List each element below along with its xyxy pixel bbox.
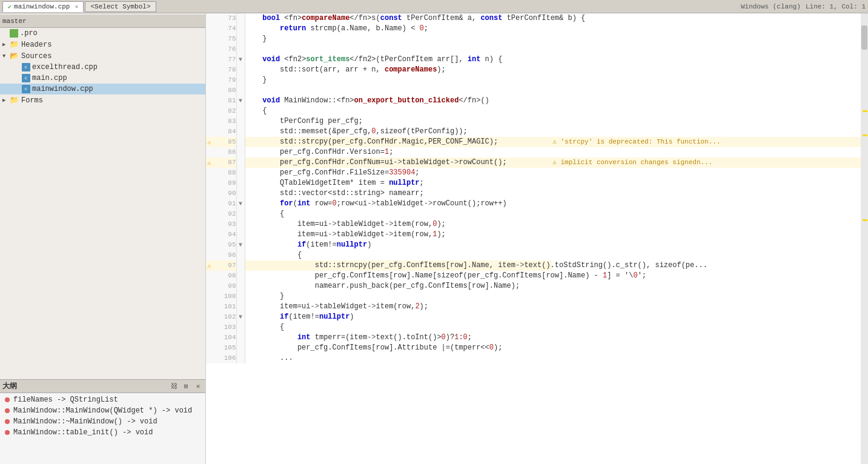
line-number-78: 78 xyxy=(206,65,236,75)
line-content-95[interactable]: if(item!=nullptr) xyxy=(245,240,552,250)
warn-icon-87: ⚠ xyxy=(207,158,211,168)
fold-arrow-92 xyxy=(236,209,245,219)
warn-marker-3 xyxy=(863,219,867,221)
line-content-103[interactable]: { xyxy=(245,322,552,333)
tree-item-excelthread[interactable]: c excelthread.cpp xyxy=(0,62,205,73)
line-number-105: 105 xyxy=(206,343,236,353)
line-content-83[interactable]: tPerConfig per_cfg; xyxy=(245,116,552,127)
fold-arrow-91[interactable]: ▼ xyxy=(236,199,245,209)
link-icon[interactable]: ⛓ xyxy=(169,382,179,391)
outline-item-0[interactable]: fileNames -> QStringList xyxy=(0,394,205,405)
folder-icon-sources: 📂 xyxy=(10,51,19,61)
outline-item-2[interactable]: MainWindow::~MainWindow() -> void xyxy=(0,416,205,427)
folder-icon-headers: 📁 xyxy=(10,40,19,49)
tab-select-symbol[interactable]: <Select Symbol> xyxy=(85,1,156,12)
line-content-89[interactable]: QTableWidgetItem* item = nullptr; xyxy=(245,178,552,188)
line-content-101[interactable]: item=ui->tableWidget->item(row,2); xyxy=(245,302,552,312)
code-line-104: 104 int tmperr=(item->text().toInt()>0)?… xyxy=(206,333,861,343)
right-scrollbar-thumb[interactable] xyxy=(861,25,867,50)
outline-item-3[interactable]: MainWindow::table_init() -> void xyxy=(0,427,205,438)
tree-item-mainwindow[interactable]: c mainwindow.cpp xyxy=(0,84,205,94)
line-content-74[interactable]: return strcmp(a.Name, b.Name) < 0; xyxy=(245,24,552,34)
tab-mainwindow-cpp[interactable]: ✔ mainwindow.cpp ✕ xyxy=(2,1,84,12)
code-line-91: 91▼ for(int row=0;row<ui->tableWidget->r… xyxy=(206,199,861,209)
line-content-94[interactable]: item=ui->tableWidget->item(row,1); xyxy=(245,230,552,240)
folder-icon-forms: 📁 xyxy=(10,96,19,105)
tab-close-icon[interactable]: ✕ xyxy=(75,3,78,10)
line-num-text: 103 xyxy=(224,323,236,331)
fold-arrow-81[interactable]: ▼ xyxy=(236,96,245,106)
tree-item-main[interactable]: c main.cpp xyxy=(0,73,205,84)
cpp-icon-excelthread: c xyxy=(22,63,30,71)
line-content-77[interactable]: void <fn2>sort_items</fn2>(tPerConfItem … xyxy=(245,55,552,65)
line-content-105[interactable]: per_cfg.ConfItems[row].Attribute |=(tmpe… xyxy=(245,343,552,353)
line-content-92[interactable]: { xyxy=(245,209,552,219)
line-content-106[interactable]: ... xyxy=(245,353,552,363)
headers-label: Headers xyxy=(21,41,51,49)
line-content-93[interactable]: item=ui->tableWidget->item(row,0); xyxy=(245,219,552,230)
cpp-icon-main: c xyxy=(22,74,30,82)
tree-item-pro[interactable]: .pro xyxy=(0,28,205,39)
line-content-86[interactable]: per_cfg.ConfHdr.Version=1; xyxy=(245,147,552,157)
line-content-80[interactable] xyxy=(245,85,552,96)
line-content-82[interactable]: { xyxy=(245,106,552,116)
line-number-106: 106 xyxy=(206,353,236,363)
line-warning-91 xyxy=(552,199,860,209)
line-num-text: 101 xyxy=(224,303,236,310)
line-content-85[interactable]: std::strcpy(per_cfg.ConfHdr.Magic,PER_CO… xyxy=(245,137,552,147)
line-content-98[interactable]: per_cfg.ConfItems[row].Name[sizeof(per_c… xyxy=(245,271,552,281)
tree-arrow-sources: ▼ xyxy=(2,53,10,59)
line-number-101: 101 xyxy=(206,302,236,312)
line-number-82: 82 xyxy=(206,106,236,116)
sources-label: Sources xyxy=(21,52,51,61)
main-layout: master .pro ▶ 📁 Headers ▼ 📂 Sources xyxy=(0,13,868,464)
outline-item-1[interactable]: MainWindow::MainWindow(QWidget *) -> voi… xyxy=(0,405,205,416)
line-content-76[interactable] xyxy=(245,44,552,55)
bottom-panel-header: 大纲 ⛓ ⊞ ✕ xyxy=(0,380,205,393)
fold-arrow-88 xyxy=(236,168,245,178)
line-num-text: 94 xyxy=(228,231,236,238)
line-content-97[interactable]: std::strncpy(per_cfg.ConfItems[row].Name… xyxy=(245,260,552,271)
line-content-102[interactable]: if(item!=nullptr) xyxy=(245,312,552,322)
line-warning-104 xyxy=(552,333,860,343)
line-content-88[interactable]: per_cfg.ConfHdr.FileSize=335904; xyxy=(245,168,552,178)
line-content-91[interactable]: for(int row=0;row<ui->tableWidget->rowCo… xyxy=(245,199,552,209)
line-content-84[interactable]: std::memset(&per_cfg,0,sizeof(tPerConfig… xyxy=(245,127,552,137)
line-content-100[interactable]: } xyxy=(245,291,552,302)
fold-arrow-95[interactable]: ▼ xyxy=(236,240,245,250)
code-line-78: 78 std::sort(arr, arr + n, compareNames)… xyxy=(206,65,861,75)
line-content-87[interactable]: per_cfg.ConfHdr.ConfNum=ui->tableWidget-… xyxy=(245,157,552,168)
grid-icon[interactable]: ⊞ xyxy=(181,382,191,391)
code-line-77: 77▼ void <fn2>sort_items</fn2>(tPerConfI… xyxy=(206,55,861,65)
tree-item-headers[interactable]: ▶ 📁 Headers xyxy=(0,39,205,50)
code-scroll[interactable]: 73 bool <fn>compareName</fn>s(const tPer… xyxy=(206,13,861,464)
line-num-text: 85 xyxy=(228,138,236,145)
line-content-81[interactable]: void MainWindow::<fn>on_export_button_cl… xyxy=(245,96,552,106)
line-content-75[interactable]: } xyxy=(245,34,552,44)
code-line-106: 106 ... xyxy=(206,353,861,363)
line-num-text: 100 xyxy=(224,293,236,300)
line-content-73[interactable]: bool <fn>compareName</fn>s(const tPerCon… xyxy=(245,13,552,24)
code-line-102: 102▼ if(item!=nullptr) xyxy=(206,312,861,322)
fold-arrow-77[interactable]: ▼ xyxy=(236,55,245,65)
code-line-86: 86 per_cfg.ConfHdr.Version=1; xyxy=(206,147,861,157)
right-scrollbar[interactable] xyxy=(861,13,868,464)
tree-item-sources[interactable]: ▼ 📂 Sources xyxy=(0,50,205,62)
fold-arrow-89 xyxy=(236,178,245,188)
line-number-103: 103 xyxy=(206,322,236,333)
close-panel-icon[interactable]: ✕ xyxy=(193,382,203,391)
line-number-77: 77 xyxy=(206,55,236,65)
line-content-104[interactable]: int tmperr=(item->text().toInt()>0)?1:0; xyxy=(245,333,552,343)
tree-item-forms[interactable]: ▶ 📁 Forms xyxy=(0,94,205,106)
line-content-99[interactable]: namearr.push_back(per_cfg.ConfItems[row]… xyxy=(245,281,552,291)
platform-label: Windows (clang) xyxy=(741,3,801,10)
fold-arrow-102[interactable]: ▼ xyxy=(236,312,245,322)
outline-label-3: MainWindow::table_init() -> void xyxy=(13,428,153,437)
line-warning-89 xyxy=(552,178,860,188)
line-num-text: 104 xyxy=(224,334,236,341)
line-content-96[interactable]: { xyxy=(245,250,552,260)
line-content-90[interactable]: std::vector<std::string> namearr; xyxy=(245,188,552,199)
code-editor: 73 bool <fn>compareName</fn>s(const tPer… xyxy=(206,13,861,464)
line-content-78[interactable]: std::sort(arr, arr + n, compareNames); xyxy=(245,65,552,75)
line-content-79[interactable]: } xyxy=(245,75,552,85)
